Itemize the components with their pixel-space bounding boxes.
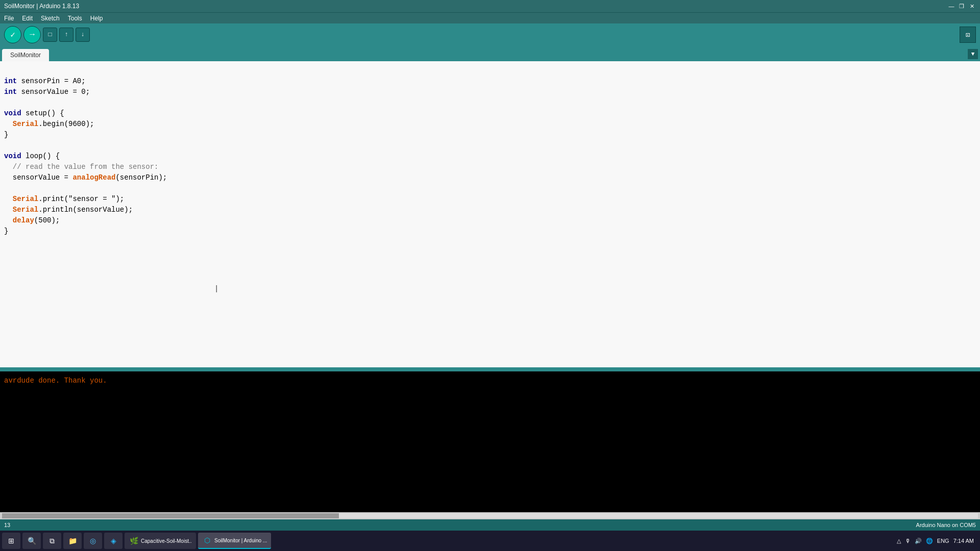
mic-icon: 🎙	[905, 538, 911, 544]
menu-tools[interactable]: Tools	[68, 15, 82, 22]
toolbar: ✓ → □ ↑ ↓ ⊡	[0, 23, 980, 46]
menu-file[interactable]: File	[4, 15, 14, 22]
statusbar: 13 Arduino Nano on COM5	[0, 519, 980, 531]
save-icon: ↓	[81, 31, 84, 38]
minimize-btn[interactable]: —	[947, 2, 955, 10]
volume-icon[interactable]: 🔊	[915, 538, 922, 544]
code-content: int sensorPin = A0; int sensorValue = 0;…	[4, 65, 976, 247]
verify-icon: ✓	[10, 30, 15, 40]
taskbar: ⊞ 🔍 ⧉ 📁 ◎ ◈ 🌿 Capacitive-Soil-Moist... ⬡…	[0, 531, 980, 551]
serial-monitor-button[interactable]: ⊡	[960, 27, 976, 43]
verify-button[interactable]: ✓	[4, 26, 21, 43]
board-info: Arduino Nano on COM5	[916, 522, 976, 528]
chrome-button[interactable]: ◎	[84, 533, 102, 549]
arduino-icon: ⬡	[202, 535, 212, 545]
menu-sketch[interactable]: Sketch	[41, 15, 60, 22]
console-text: avrdude done. Thank you.	[4, 377, 107, 385]
new-icon: □	[48, 31, 52, 38]
menu-edit[interactable]: Edit	[22, 15, 33, 22]
scrollbar-thumb[interactable]	[2, 513, 339, 518]
arduino-label: SoilMonitor | Arduino ...	[214, 538, 267, 543]
clock: 7:14 AM	[953, 538, 974, 544]
serial-monitor-icon: ⊡	[966, 31, 970, 39]
menubar: File Edit Sketch Tools Help	[0, 12, 980, 23]
open-icon: ↑	[64, 31, 68, 38]
system-tray: △ 🎙 🔊 🌐 ENG 7:14 AM	[893, 538, 978, 544]
horizontal-scrollbar[interactable]	[0, 512, 980, 519]
text-cursor: |	[214, 285, 215, 293]
start-button[interactable]: ⊞	[2, 533, 20, 549]
maximize-btn[interactable]: ❐	[958, 2, 966, 10]
capacitive-button[interactable]: 🌿 Capacitive-Soil-Moist...	[125, 533, 196, 549]
output-separator	[0, 367, 980, 371]
task-view-button[interactable]: ⧉	[43, 533, 61, 549]
search-button[interactable]: 🔍	[22, 533, 41, 549]
open-button[interactable]: ↑	[59, 28, 74, 42]
new-button[interactable]: □	[43, 28, 57, 42]
tray-chevron[interactable]: △	[897, 538, 901, 544]
scrollbar-track	[2, 513, 978, 518]
network-icon[interactable]: 🌐	[926, 538, 933, 544]
capacitive-label: Capacitive-Soil-Moist...	[141, 538, 192, 544]
titlebar-title: SoilMonitor | Arduino 1.8.13	[4, 3, 79, 10]
tabbar: SoilMonitor ▼	[0, 46, 980, 61]
tab-soilmonitor[interactable]: SoilMonitor	[2, 49, 49, 61]
menu-help[interactable]: Help	[90, 15, 103, 22]
collapse-editor-button[interactable]: ▼	[968, 49, 978, 59]
console-output[interactable]: avrdude done. Thank you.	[0, 371, 980, 512]
upload-button[interactable]: →	[23, 26, 41, 43]
capacitive-icon: 🌿	[129, 536, 139, 546]
search-icon: 🔍	[27, 536, 37, 546]
vscode-icon: ◈	[108, 536, 118, 546]
upload-icon: →	[30, 30, 35, 39]
file-explorer-button[interactable]: 📁	[63, 533, 82, 549]
task-view-icon: ⧉	[47, 536, 57, 546]
line-number: 13	[4, 522, 10, 528]
titlebar-controls: — ❐ ✕	[947, 2, 976, 10]
code-editor[interactable]: int sensorPin = A0; int sensorValue = 0;…	[0, 61, 980, 367]
language-indicator: ENG	[937, 538, 949, 544]
titlebar: SoilMonitor | Arduino 1.8.13 — ❐ ✕	[0, 0, 980, 12]
chrome-icon: ◎	[88, 536, 98, 546]
folder-icon: 📁	[67, 536, 78, 546]
close-btn[interactable]: ✕	[968, 2, 976, 10]
vscode-button[interactable]: ◈	[104, 533, 122, 549]
windows-icon: ⊞	[6, 536, 16, 546]
arduino-button[interactable]: ⬡ SoilMonitor | Arduino ...	[198, 533, 271, 549]
save-button[interactable]: ↓	[76, 28, 90, 42]
